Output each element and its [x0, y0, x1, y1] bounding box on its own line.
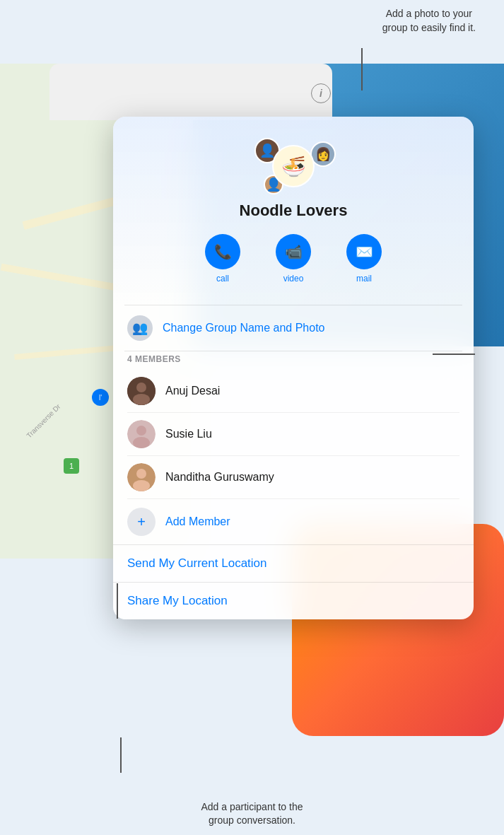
member-name-susie: Susie Liu — [165, 428, 212, 440]
add-member-row[interactable]: + Add Member — [127, 499, 459, 544]
annotation-top: Add a photo to yourgroup to easily find … — [382, 7, 476, 35]
annotation-line-bottom — [120, 737, 122, 773]
info-button[interactable]: i — [311, 83, 331, 103]
member-name-nanditha: Nanditha Guruswamy — [165, 471, 274, 484]
member-avatar-nanditha — [127, 463, 156, 491]
add-member-icon: + — [127, 508, 156, 536]
annotation-bottom-text: Add a participant to thegroup conversati… — [201, 801, 303, 827]
call-icon: 📞 — [205, 234, 240, 269]
call-button[interactable]: 📞 call — [205, 234, 240, 284]
call-label: call — [216, 274, 229, 284]
member-row: Nanditha Guruswamy — [127, 456, 459, 499]
members-section: 4 MEMBERS Anuj Desai Susie Liu — [113, 354, 474, 544]
change-group-row[interactable]: 👥 Change Group Name and Photo — [113, 305, 474, 351]
svg-point-4 — [136, 426, 146, 436]
svg-point-7 — [136, 469, 146, 479]
info-icon: i — [320, 88, 322, 99]
mail-button[interactable]: ✉️ mail — [346, 234, 382, 284]
avatar-main: 🍜 — [272, 145, 315, 187]
callout-line-add-member — [117, 583, 118, 619]
add-member-label: Add Member — [165, 515, 230, 528]
location-section: Send My Current Location Share My Locati… — [113, 544, 474, 619]
svg-point-5 — [133, 437, 150, 448]
annotation-line-top — [361, 48, 363, 90]
map-location-marker: l' — [92, 389, 109, 406]
members-header: 4 MEMBERS — [127, 354, 459, 364]
mail-icon: ✉️ — [346, 234, 382, 269]
annotation-bottom: Add a participant to thegroup conversati… — [201, 800, 303, 828]
divider-2 — [124, 351, 462, 351]
avatar-cluster: 👤 🍜 👩 👤 — [251, 138, 336, 194]
video-icon: 📹 — [276, 234, 311, 269]
background-panel — [49, 64, 332, 120]
svg-point-8 — [133, 480, 150, 491]
card-header: 👤 🍜 👩 👤 Noodle Lovers 📞 call 📹 video ✉️ … — [113, 117, 474, 305]
map-number-badge: 1 — [64, 458, 79, 474]
member-row: Susie Liu — [127, 413, 459, 456]
svg-point-2 — [133, 394, 150, 405]
member-avatar-anuj — [127, 377, 156, 405]
map-road-label: Transverse Dr — [25, 402, 61, 439]
video-button[interactable]: 📹 video — [276, 234, 311, 284]
share-location-button[interactable]: Share My Location — [113, 583, 474, 619]
change-group-label: Change Group Name and Photo — [163, 322, 324, 334]
svg-point-1 — [136, 383, 146, 392]
member-row: Anuj Desai — [127, 370, 459, 413]
member-name-anuj: Anuj Desai — [165, 385, 220, 397]
annotation-top-text: Add a photo to yourgroup to easily find … — [382, 8, 476, 33]
popup-card: 👤 🍜 👩 👤 Noodle Lovers 📞 call 📹 video ✉️ … — [113, 117, 474, 619]
send-location-button[interactable]: Send My Current Location — [113, 545, 474, 583]
callout-line-change-group — [433, 354, 475, 355]
marker-label: l' — [99, 394, 102, 402]
action-buttons: 📞 call 📹 video ✉️ mail — [205, 234, 382, 284]
member-avatar-susie — [127, 420, 156, 448]
video-label: video — [283, 274, 304, 284]
group-icon: 👥 — [127, 315, 153, 341]
group-name: Noodle Lovers — [240, 202, 348, 220]
mail-label: mail — [356, 274, 372, 284]
